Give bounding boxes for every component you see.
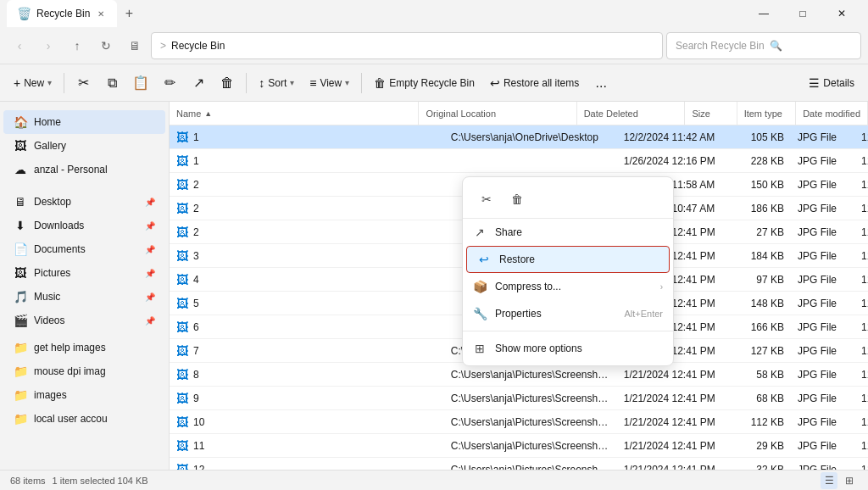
file-date-modified: 11/21/2024 11:50 A <box>854 464 868 471</box>
file-size: 68 KB <box>735 393 791 404</box>
sidebar-item-mouse-dpi[interactable]: 📁 mouse dpi imag <box>3 359 165 383</box>
sidebar-item-home[interactable]: 🏠 Home <box>3 110 165 134</box>
folder-icon-4: 📁 <box>14 412 27 426</box>
sidebar-item-desktop[interactable]: 🖥 Desktop 📌 <box>3 190 165 214</box>
close-button[interactable]: ✕ <box>822 0 861 27</box>
search-bar[interactable]: Search Recycle Bin 🔍 <box>666 32 861 59</box>
ctx-restore-item[interactable]: ↩ Restore <box>466 246 670 273</box>
new-tab-button[interactable]: + <box>117 2 141 25</box>
file-date: 12/2/2024 11:42 AM <box>617 131 735 143</box>
cut-button[interactable]: ✂ <box>70 70 97 97</box>
file-icon: 🖼 <box>176 131 188 144</box>
table-row[interactable]: 🖼 8 C:\Users\anja\Pictures\Screenshots 1… <box>170 363 868 387</box>
more-options-button[interactable]: ... <box>587 70 615 97</box>
table-row[interactable]: 🖼 9 C:\Users\anja\Pictures\Screenshots 1… <box>170 387 868 410</box>
details-button[interactable]: ☰ Details <box>802 70 861 97</box>
ctx-properties-label: Properties <box>495 308 615 320</box>
table-row[interactable]: 🖼 1 C:\Users\anja\OneDrive\Desktop 12/2/… <box>170 125 868 149</box>
grid-view-toggle[interactable]: ⊞ <box>841 472 858 489</box>
table-row[interactable]: 🖼 11 C:\Users\anja\Pictures\Screenshots … <box>170 434 868 458</box>
file-size: 184 KB <box>735 250 791 262</box>
ctx-delete-button[interactable]: 🗑 <box>504 186 531 213</box>
file-type: JPG File <box>791 416 854 428</box>
sidebar-item-videos[interactable]: 🎬 Videos 📌 <box>3 309 165 332</box>
titlebar-tab-recycle-bin[interactable]: 🗑️ Recycle Bin ✕ <box>7 0 117 27</box>
ctx-cut-button[interactable]: ✂ <box>473 186 500 213</box>
sidebar-item-music[interactable]: 🎵 Music 📌 <box>3 285 165 309</box>
gallery-icon: 🖼 <box>14 139 27 153</box>
share-button[interactable]: ↗ <box>185 70 212 97</box>
paste-button[interactable]: 📋 <box>127 70 154 97</box>
file-type: JPG File <box>791 203 854 214</box>
file-type: JPG File <box>791 298 854 309</box>
col-header-name[interactable]: Name ▲ <box>170 102 419 125</box>
sidebar-onedrive-label: anzal - Personal <box>34 164 155 175</box>
file-type: JPG File <box>791 345 854 357</box>
empty-recycle-icon: 🗑 <box>374 76 386 90</box>
file-size: 27 KB <box>735 226 791 238</box>
desktop-icon: 🖥 <box>14 195 27 209</box>
table-row[interactable]: 🖼 10 C:\Users\anja\Pictures\Screenshots … <box>170 410 868 434</box>
file-name: 1 <box>193 131 199 143</box>
col-header-date[interactable]: Date Deleted <box>577 102 686 125</box>
list-view-toggle[interactable]: ☰ <box>821 472 837 489</box>
col-header-type[interactable]: Item type <box>737 102 797 125</box>
maximize-button[interactable]: □ <box>783 0 822 27</box>
file-date-modified: 11/21/2024 11:48 A <box>854 369 868 381</box>
close-tab-button[interactable]: ✕ <box>95 8 107 19</box>
forward-button[interactable]: › <box>36 33 61 58</box>
sidebar-videos-label: Videos <box>34 315 138 326</box>
screen-icon[interactable]: 🖥 <box>122 33 147 58</box>
details-icon: ☰ <box>809 76 820 90</box>
address-bar[interactable]: > Recycle Bin <box>151 32 663 59</box>
ctx-properties-item[interactable]: 🔧 Properties Alt+Enter <box>463 300 673 327</box>
sidebar-item-onedrive[interactable]: ☁ anzal - Personal <box>3 158 165 181</box>
back-button[interactable]: ‹ <box>7 33 32 58</box>
file-size: 97 KB <box>735 274 791 286</box>
address-separator: > <box>160 40 166 52</box>
ctx-more-label: Show more options <box>495 342 663 354</box>
ctx-more-options-item[interactable]: ⊞ Show more options <box>463 335 673 362</box>
sidebar-item-downloads[interactable]: ⬇ Downloads 📌 <box>3 214 165 237</box>
file-date: 1/21/2024 12:41 PM <box>617 464 735 471</box>
sidebar-item-images[interactable]: 📁 images <box>3 383 165 407</box>
pin-icon-2: 📌 <box>145 221 155 231</box>
minimize-button[interactable]: — <box>744 0 783 27</box>
delete-button[interactable]: 🗑 <box>214 70 241 97</box>
ctx-restore-icon: ↩ <box>477 253 491 266</box>
col-header-datemod[interactable]: Date modified <box>796 102 868 125</box>
sidebar-item-get-help-images[interactable]: 📁 get help images <box>3 336 165 359</box>
file-size: 127 KB <box>735 345 791 357</box>
file-icon: 🖼 <box>176 463 188 471</box>
rename-button[interactable]: ✏ <box>156 70 183 97</box>
col-header-size[interactable]: Size <box>685 102 737 125</box>
restore-all-button[interactable]: ↩ Restore all items <box>483 70 586 97</box>
sidebar-item-gallery[interactable]: 🖼 Gallery <box>3 134 165 158</box>
copy-button[interactable]: ⧉ <box>98 70 125 97</box>
window-controls: — □ ✕ <box>744 0 861 27</box>
file-date-modified: 11/21/2024 11:48 A <box>854 393 868 404</box>
sidebar-item-pictures[interactable]: 🖼 Pictures 📌 <box>3 261 165 285</box>
up-button[interactable]: ↑ <box>64 33 90 58</box>
sidebar-item-documents[interactable]: 📄 Documents 📌 <box>3 237 165 261</box>
view-button[interactable]: ≡ View ▾ <box>303 70 356 97</box>
file-list[interactable]: Name ▲ Original Location Date Deleted Si… <box>170 102 868 470</box>
file-type: JPG File <box>791 179 854 191</box>
toolbar-separator-2 <box>246 73 247 93</box>
view-dropdown-arrow: ▾ <box>345 78 349 87</box>
file-icon: 🖼 <box>176 273 188 287</box>
refresh-button[interactable]: ↻ <box>93 33 119 58</box>
file-type: JPG File <box>791 226 854 238</box>
sidebar-item-local-user[interactable]: 📁 local user accou <box>3 407 165 431</box>
ctx-compress-item[interactable]: 📦 Compress to... › <box>463 273 673 300</box>
table-row[interactable]: 🖼 12 C:\Users\anja\Pictures\Screenshots … <box>170 458 868 470</box>
documents-icon: 📄 <box>14 242 27 256</box>
new-button[interactable]: + New ▾ <box>7 70 58 97</box>
tab-label: Recycle Bin <box>36 8 90 19</box>
col-header-location[interactable]: Original Location <box>419 102 576 125</box>
sidebar-folder-4-label: local user accou <box>34 413 155 425</box>
sort-button[interactable]: ↕ Sort ▾ <box>252 70 301 97</box>
ctx-share-item[interactable]: ↗ Share <box>463 219 673 246</box>
table-row[interactable]: 🖼 1 1/26/2024 12:16 PM 228 KB JPG File 1… <box>170 149 868 173</box>
empty-recycle-button[interactable]: 🗑 Empty Recycle Bin <box>367 70 481 97</box>
